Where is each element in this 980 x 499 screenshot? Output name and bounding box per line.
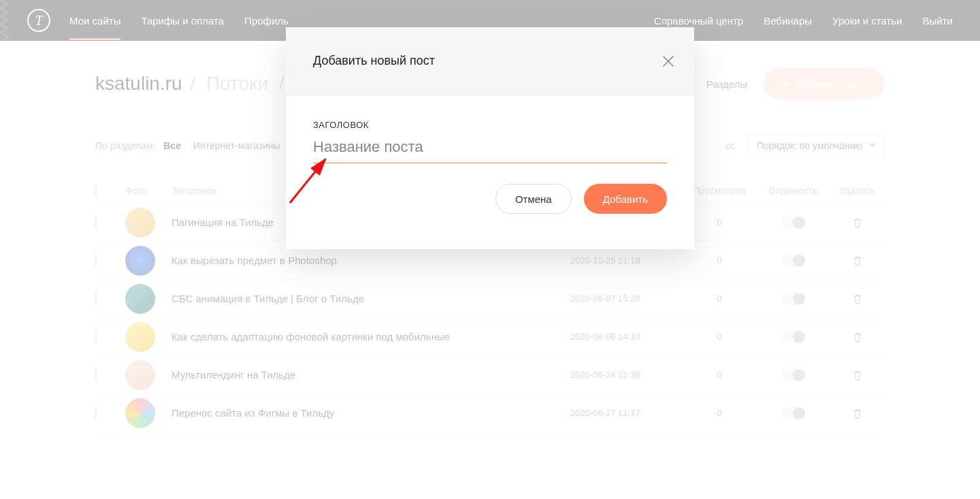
modal-overlay[interactable]: Добавить новый пост ЗАГОЛОВОК Отмена Доб…	[0, 0, 980, 499]
post-title-input[interactable]	[313, 134, 667, 163]
submit-button[interactable]: Добавить	[584, 184, 667, 214]
field-label-title: ЗАГОЛОВОК	[313, 120, 667, 130]
modal-title: Добавить новый пост	[313, 54, 435, 68]
cancel-button[interactable]: Отмена	[495, 184, 572, 214]
close-icon[interactable]	[662, 54, 675, 68]
add-post-modal: Добавить новый пост ЗАГОЛОВОК Отмена Доб…	[286, 27, 694, 249]
